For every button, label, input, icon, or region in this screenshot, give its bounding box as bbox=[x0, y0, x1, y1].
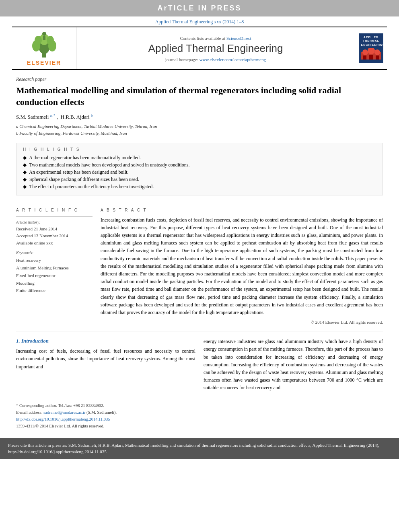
diamond-icon-5: ◆ bbox=[23, 184, 27, 189]
citation-text: Please cite this article in press as: S.… bbox=[8, 443, 379, 454]
journal-reference: Applied Thermal Engineering xxx (2014) 1… bbox=[0, 16, 399, 27]
abstract-text: Increasing combustion fuels costs, deple… bbox=[101, 216, 383, 316]
elsevier-text: ELSEVIER bbox=[27, 60, 61, 66]
keyword-5: Finite difference bbox=[16, 287, 93, 294]
email-address[interactable]: sadramel@modares.ac.ir bbox=[43, 410, 85, 415]
available-text: Available online xxx bbox=[16, 240, 93, 247]
keyword-4: Modelling bbox=[16, 279, 93, 287]
journal-header: ELSEVIER Contents lists available at Sci… bbox=[12, 27, 387, 70]
author-1-name: S.M. Sadrameli bbox=[16, 114, 49, 120]
affiliations: a Chemical Engineering Department, Tarbi… bbox=[16, 123, 383, 137]
keywords-label: Keywords: bbox=[16, 251, 93, 255]
homepage-url[interactable]: www.elsevier.com/locate/apthermeng bbox=[200, 57, 266, 62]
intro-text-1: Increasing cost of fuels, decreasing of … bbox=[16, 347, 195, 371]
elsevier-tree-icon bbox=[26, 31, 62, 59]
highlight-item-5: ◆ The effect of parameters on the effici… bbox=[23, 184, 376, 190]
abstract-col: A B S T R A C T Increasing combustion fu… bbox=[101, 208, 383, 325]
affil-a: a Chemical Engineering Department, Tarbi… bbox=[16, 123, 383, 130]
article-in-press-banner: ArTICLE IN PRESS bbox=[0, 0, 399, 16]
doi-line: http://dx.doi.org/10.1016/j.applthermale… bbox=[16, 416, 383, 423]
bottom-citation-bar: Please cite this article in press as: S.… bbox=[0, 438, 399, 459]
accepted-text: Accepted 13 November 2014 bbox=[16, 232, 93, 240]
keyword-2: Aluminium Melting Furnaces bbox=[16, 264, 93, 272]
journal-logo-box: APPLIEDTHERMALENGINEERING bbox=[359, 33, 383, 63]
svg-rect-8 bbox=[43, 36, 45, 40]
journal-header-center: Contents lists available at ScienceDirec… bbox=[76, 27, 355, 69]
highlight-item-4: ◆ Spherical shape packing of different s… bbox=[23, 177, 376, 183]
article-info-label: A R T I C L E I N F O bbox=[16, 208, 93, 212]
corresponding-author: * Corresponding author. Tel./fax: +98 21… bbox=[16, 403, 383, 409]
diamond-icon-1: ◆ bbox=[23, 155, 27, 160]
svg-rect-13 bbox=[363, 55, 366, 60]
highlight-item-2: ◆ Two mathematical models have been deve… bbox=[23, 162, 376, 168]
keyword-3: Fixed-bed regenerator bbox=[16, 272, 93, 279]
introduction-two-col: 1. Introduction Increasing cost of fuels… bbox=[16, 338, 383, 395]
article-info-abstract: A R T I C L E I N F O Article history: R… bbox=[16, 202, 383, 325]
sciencedirect-line: Contents lists available at ScienceDirec… bbox=[180, 36, 251, 41]
elsevier-logo: ELSEVIER bbox=[26, 31, 62, 66]
journal-logo-title: APPLIEDTHERMALENGINEERING bbox=[361, 35, 381, 46]
doi-link[interactable]: http://dx.doi.org/10.1016/j.applthermale… bbox=[16, 417, 110, 421]
journal-logo-graphic bbox=[361, 48, 381, 61]
introduction-section: 1. Introduction Increasing cost of fuels… bbox=[16, 331, 383, 395]
highlights-title: H I G H L I G H T S bbox=[23, 147, 376, 152]
footnote-area: * Corresponding author. Tel./fax: +98 21… bbox=[16, 400, 383, 429]
svg-point-5 bbox=[35, 36, 42, 45]
homepage-text: journal homepage: bbox=[165, 57, 198, 62]
author-1-sup: a, * bbox=[50, 113, 56, 117]
sciencedirect-link[interactable]: ScienceDirect bbox=[226, 36, 251, 41]
highlight-item-1: ◆ A thermal regenerator has been mathema… bbox=[23, 155, 376, 161]
journal-title: Applied Thermal Engineering bbox=[148, 42, 283, 55]
history-label: Article history: bbox=[16, 220, 93, 224]
svg-rect-14 bbox=[369, 55, 373, 60]
received-text: Received 21 June 2014 bbox=[16, 226, 93, 233]
svg-rect-15 bbox=[376, 55, 379, 60]
email-label: E-mail address: bbox=[16, 410, 43, 415]
highlight-item-3: ◆ An experimental setup has been designe… bbox=[23, 169, 376, 175]
main-content: Research paper Mathematical modelling an… bbox=[0, 70, 399, 430]
svg-point-6 bbox=[47, 36, 54, 45]
svg-point-12 bbox=[374, 49, 380, 55]
article-info-divider bbox=[16, 216, 93, 217]
author-2-sup: b bbox=[91, 113, 93, 117]
diamond-icon-4: ◆ bbox=[23, 177, 27, 182]
authors-line: S.M. Sadrameli a, * , H.R.B. Ajdari b bbox=[16, 113, 383, 120]
paper-title: Mathematical modelling and simulation of… bbox=[16, 85, 383, 108]
author-2-name: H.R.B. Ajdari bbox=[61, 114, 90, 120]
contents-text: Contents lists available at bbox=[180, 36, 225, 41]
intro-col-2: energy intensive industries are glass an… bbox=[204, 338, 383, 395]
intro-col-1: 1. Introduction Increasing cost of fuels… bbox=[16, 338, 195, 395]
paper-type: Research paper bbox=[16, 76, 383, 82]
diamond-icon-3: ◆ bbox=[23, 169, 27, 175]
abstract-label: A B S T R A C T bbox=[101, 208, 383, 212]
email-line: E-mail address: sadramel@modares.ac.ir (… bbox=[16, 409, 383, 416]
email-note: (S.M. Sadrameli). bbox=[86, 410, 117, 415]
affil-b: b Faculty of Engineering, Ferdowsi Unive… bbox=[16, 130, 383, 137]
journal-logo-area: APPLIEDTHERMALENGINEERING bbox=[355, 27, 387, 69]
svg-point-10 bbox=[362, 49, 368, 55]
elsevier-logo-area: ELSEVIER bbox=[12, 27, 76, 69]
article-history-block: Article history: Received 21 June 2014 A… bbox=[16, 220, 93, 247]
intro-heading: 1. Introduction bbox=[16, 338, 195, 344]
article-info-col: A R T I C L E I N F O Article history: R… bbox=[16, 208, 93, 325]
issn-line: 1359-4311/© 2014 Elsevier Ltd. All right… bbox=[16, 423, 383, 430]
svg-point-7 bbox=[42, 32, 46, 36]
copyright-line: © 2014 Elsevier Ltd. All rights reserved… bbox=[101, 320, 383, 325]
diamond-icon-2: ◆ bbox=[23, 162, 27, 168]
keyword-1: Heat recovery bbox=[16, 257, 93, 264]
homepage-line: journal homepage: www.elsevier.com/locat… bbox=[165, 57, 266, 62]
highlights-section: H I G H L I G H T S ◆ A thermal regenera… bbox=[16, 143, 383, 195]
intro-text-2: energy intensive industries are glass an… bbox=[204, 338, 383, 392]
